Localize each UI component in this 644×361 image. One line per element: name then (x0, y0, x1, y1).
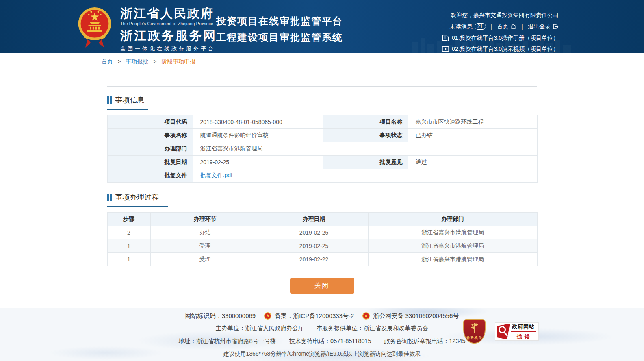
table-row: 1 受理 2019-02-22 浙江省嘉兴市港航管理局 (107, 253, 537, 266)
cell-stage: 受理 (150, 253, 260, 266)
column-header: 步骤 (107, 213, 150, 226)
unread-label: 未读消息 (450, 22, 473, 31)
table-header-row: 步骤 办理环节 办理日期 办理部门 (107, 213, 537, 226)
info-label: 事项状态 (323, 129, 408, 142)
process-table: 步骤 办理环节 办理日期 办理部门 2 办结 2019-02-25 浙江省嘉兴市… (107, 212, 538, 266)
section-underline (107, 109, 537, 110)
national-emblem-icon (77, 5, 112, 50)
system-title-line1: 投资项目在线审批监管平台 (216, 13, 343, 29)
system-title-line2: 工程建设项目审批监管系统 (216, 29, 343, 46)
approval-file-pdf-link[interactable]: 批复文件.pdf (200, 172, 232, 178)
page-header: 浙江省人民政府 The People's Government of Zheji… (0, 0, 644, 53)
organizer-text: 主办单位：浙江省人民政府办公厅 (216, 324, 304, 332)
logout-icon (553, 24, 559, 30)
gov-title: 浙江省人民政府 (120, 7, 217, 20)
gov-title-en: The People's Government of Zhejiang Prov… (120, 21, 217, 26)
breadcrumb-separator: > (117, 58, 121, 65)
cell-stage: 办结 (150, 226, 260, 239)
cell-date: 2019-02-25 (260, 226, 368, 239)
column-header: 办理环节 (150, 213, 260, 226)
icp-text: 备案：浙ICP备12000333号-2 (275, 312, 354, 320)
logout-link[interactable]: 退出登录 (528, 22, 559, 31)
party-gov-badge[interactable]: 党政机关 (463, 319, 486, 344)
section-bars-icon (107, 96, 112, 104)
info-label: 批复文件 (107, 169, 193, 183)
process-section-title: 事项办理过程 (115, 192, 159, 202)
close-button[interactable]: 关闭 (290, 278, 354, 294)
table-row: 批复文件 批复文件.pdf (107, 169, 537, 183)
main-content: 事项信息 项目代码 2018-330400-48-01-058065-000 项… (107, 86, 537, 294)
process-section-header: 事项办理过程 (107, 183, 537, 202)
party-badge-label: 党政机关 (466, 335, 483, 343)
logout-label: 退出登录 (528, 22, 551, 31)
info-label: 办理部门 (107, 142, 193, 156)
table-row: 项目代码 2018-330400-48-01-058065-000 项目名称 嘉… (107, 115, 537, 129)
info-label: 项目代码 (107, 115, 193, 129)
cell-step: 1 (107, 253, 150, 266)
find-error-action: 找错 (511, 333, 536, 340)
info-label: 项目名称 (323, 115, 408, 129)
breadcrumb-home-link[interactable]: 首页 (102, 58, 113, 65)
cell-department: 浙江省嘉兴市港航管理局 (368, 253, 537, 266)
address-text: 地址：浙江省杭州市省府路8号一号楼 (179, 337, 276, 345)
magnifier-flag-icon (496, 323, 511, 340)
breadcrumb-separator: > (153, 58, 156, 65)
info-table: 项目代码 2018-330400-48-01-058065-000 项目名称 嘉… (107, 115, 538, 183)
mini-emblem-icon (264, 312, 272, 320)
info-section-header: 事项信息 (107, 87, 537, 105)
skyline-watermark (408, 34, 579, 53)
portal-title: 浙江政务服务网 (120, 29, 217, 43)
column-header: 办理部门 (368, 213, 537, 226)
info-value: 2018-330400-48-01-058065-000 (193, 115, 323, 129)
cell-step: 1 (107, 239, 150, 253)
home-icon (510, 24, 516, 30)
cell-department: 浙江省嘉兴市港航管理局 (368, 226, 537, 239)
header-separator: ｜ (489, 22, 494, 31)
info-value: 航道通航条件影响评价审核 (193, 129, 323, 142)
cell-department: 浙江省嘉兴市港航管理局 (368, 239, 537, 253)
browser-tip-text: 建议使用1366*768分辨率/Chrome浏览器/IE9.0或以上浏览器访问达… (223, 350, 421, 358)
header-separator: ｜ (519, 22, 525, 31)
breadcrumb-current: 阶段事项申报 (161, 58, 195, 65)
find-error-title: 政府网站 (511, 323, 536, 332)
column-header: 办理日期 (260, 213, 368, 226)
info-value: 已办结 (408, 129, 537, 142)
system-title-block: 投资项目在线审批监管平台 工程建设项目审批监管系统 (216, 13, 343, 46)
police-text: 浙公网安备 33010602004556号 (373, 312, 459, 320)
info-label: 事项名称 (107, 129, 193, 142)
info-value: 批复文件.pdf (193, 169, 537, 183)
table-row: 2 办结 2019-02-25 浙江省嘉兴市港航管理局 (107, 226, 537, 239)
portal-subtitle: 全国一体化在线政务服务平台 (120, 45, 217, 52)
section-underline (107, 206, 537, 207)
welcome-text: 欢迎您，嘉兴市交通投资集团有限责任公司 (442, 11, 559, 20)
info-value: 通过 (408, 156, 537, 169)
find-error-badge[interactable]: 政府网站 找错 (495, 322, 539, 341)
hotline-text: 政务咨询投诉举报电话：12345 (384, 337, 466, 345)
table-row: 办理部门 浙江省嘉兴市港航管理局 (107, 142, 537, 156)
site-code: 网站标识码：3300000069 (185, 312, 256, 320)
table-row: 事项名称 航道通航条件影响评价审核 事项状态 已办结 (107, 129, 537, 142)
cell-date: 2019-02-25 (260, 239, 368, 253)
breadcrumb: 首页 > 事项报批 > 阶段事项申报 (101, 53, 544, 70)
unread-messages-link[interactable]: 未读消息 21 (450, 22, 486, 31)
home-label: 首页 (497, 22, 508, 31)
breadcrumb-report-link[interactable]: 事项报批 (126, 58, 148, 65)
unread-count-badge[interactable]: 21 (475, 23, 486, 30)
provider-text: 本服务提供单位：浙江省发展和改革委员会 (317, 324, 429, 332)
cell-stage: 受理 (150, 239, 260, 253)
info-label: 批复意见 (323, 156, 408, 169)
tech-phone-text: 技术支持电话：0571-85118015 (289, 337, 371, 345)
gov-logo-block: 浙江省人民政府 The People's Government of Zheji… (120, 7, 217, 52)
info-label: 批复日期 (107, 156, 193, 169)
cell-step: 2 (107, 226, 150, 239)
mini-emblem-icon (362, 312, 370, 320)
icp-record[interactable]: 备案：浙ICP备12000333号-2 (264, 312, 354, 320)
info-section-title: 事项信息 (115, 95, 145, 105)
party-badge-icon (470, 322, 479, 335)
cell-date: 2019-02-22 (260, 253, 368, 266)
section-bars-icon (107, 194, 112, 201)
police-record[interactable]: 浙公网安备 33010602004556号 (362, 312, 459, 320)
page-footer: 网站标识码：3300000069 备案：浙ICP备12000333号-2 浙公网… (0, 308, 644, 361)
home-link[interactable]: 首页 (497, 22, 516, 31)
table-row: 批复日期 2019-02-25 批复意见 通过 (107, 156, 537, 169)
